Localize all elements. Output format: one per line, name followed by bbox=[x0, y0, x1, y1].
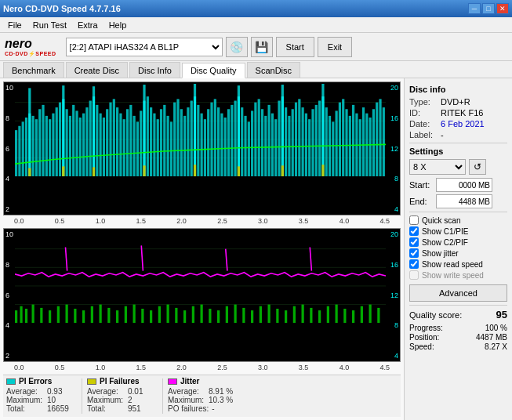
svg-rect-90 bbox=[302, 107, 304, 176]
svg-rect-39 bbox=[129, 105, 132, 176]
c1pie-row: Show C1/PIE bbox=[409, 226, 507, 236]
save-button[interactable]: 💾 bbox=[251, 37, 273, 57]
quality-row: Quality score: 95 bbox=[409, 309, 507, 320]
drive-select[interactable]: [2:2] ATAPI iHAS324 A BL1P bbox=[66, 38, 223, 56]
divider3 bbox=[409, 305, 507, 306]
svg-rect-150 bbox=[125, 306, 127, 324]
jitter-check-label: Show jitter bbox=[422, 249, 459, 258]
menu-run-test[interactable]: Run Test bbox=[28, 19, 71, 31]
pi-failures-color bbox=[87, 378, 96, 385]
jitter-check[interactable] bbox=[409, 248, 419, 258]
svg-rect-97 bbox=[325, 107, 328, 176]
menu-extra[interactable]: Extra bbox=[73, 19, 103, 31]
progress-val: 100 % bbox=[485, 324, 507, 332]
svg-rect-69 bbox=[231, 105, 233, 176]
jitter-avg-label: Average: bbox=[168, 387, 205, 396]
po-failures-label: PO failures: bbox=[168, 404, 209, 413]
read-speed-check[interactable] bbox=[409, 259, 419, 269]
tab-disc-quality[interactable]: Disc Quality bbox=[182, 63, 245, 78]
svg-rect-144 bbox=[74, 309, 76, 323]
svg-rect-156 bbox=[175, 308, 177, 323]
svg-rect-80 bbox=[268, 105, 271, 176]
jitter-max-val: 10.3 % bbox=[209, 396, 233, 404]
minimize-button[interactable]: ─ bbox=[468, 3, 481, 14]
svg-rect-129 bbox=[281, 165, 284, 176]
speed-row-prog: Speed: 8.27 X bbox=[409, 342, 507, 351]
chart1-x-labels: 0.00.51.01.52.02.53.03.54.04.5 bbox=[3, 215, 401, 226]
disc-id-row: ID: RITEK F16 bbox=[409, 108, 507, 118]
nero-logo-top: nero bbox=[5, 37, 32, 51]
speed-select[interactable]: 8 X Maximum 1 X 2 X 4 X bbox=[409, 159, 466, 175]
svg-rect-53 bbox=[176, 99, 179, 176]
start-row: Start: bbox=[409, 178, 507, 192]
svg-rect-51 bbox=[170, 121, 172, 176]
svg-rect-30 bbox=[100, 114, 102, 177]
quick-scan-check[interactable] bbox=[409, 215, 419, 225]
menu-file[interactable]: File bbox=[3, 19, 27, 31]
svg-rect-25 bbox=[82, 114, 85, 177]
quick-scan-label: Quick scan bbox=[422, 216, 460, 225]
id-key: ID: bbox=[409, 108, 438, 118]
tab-disc-info[interactable]: Disc Info bbox=[129, 62, 180, 78]
svg-rect-85 bbox=[285, 107, 287, 176]
svg-rect-170 bbox=[293, 306, 296, 324]
svg-rect-8 bbox=[25, 118, 27, 176]
maximize-button[interactable]: □ bbox=[482, 3, 495, 14]
chart2-svg bbox=[15, 230, 386, 323]
svg-rect-168 bbox=[276, 309, 278, 323]
start-button[interactable]: Start bbox=[276, 37, 314, 57]
advanced-button[interactable]: Advanced bbox=[409, 284, 507, 302]
svg-rect-121 bbox=[281, 85, 284, 176]
disc-type-row: Type: DVD+R bbox=[409, 97, 507, 107]
pi-errors-color bbox=[6, 378, 16, 385]
nero-logo: nero CD·DVD⚡SPEED bbox=[5, 37, 56, 57]
exit-button[interactable]: Exit bbox=[318, 37, 352, 57]
tab-scan-disc[interactable]: ScanDisc bbox=[247, 62, 300, 78]
chart1-y-right: 20161284 bbox=[387, 82, 398, 215]
disc-date-row: Date: 6 Feb 2021 bbox=[409, 119, 507, 129]
svg-rect-37 bbox=[123, 119, 125, 176]
disc-icon-button[interactable]: 💿 bbox=[226, 37, 248, 57]
app-title: Nero CD-DVD Speed 4.7.7.16 bbox=[3, 4, 121, 13]
svg-rect-161 bbox=[217, 310, 220, 323]
c2pif-label: Show C2/PIF bbox=[422, 238, 468, 247]
disc-label-row: Label: - bbox=[409, 130, 507, 139]
svg-rect-162 bbox=[226, 306, 228, 324]
svg-rect-123 bbox=[28, 168, 31, 177]
pi-failures-label: PI Failures bbox=[100, 377, 140, 386]
c2pif-row: Show C2/PIF bbox=[409, 237, 507, 247]
svg-rect-23 bbox=[75, 110, 78, 176]
svg-rect-142 bbox=[57, 306, 60, 324]
start-input[interactable] bbox=[436, 178, 492, 192]
svg-rect-42 bbox=[140, 110, 142, 176]
svg-rect-82 bbox=[274, 119, 277, 176]
svg-rect-73 bbox=[244, 116, 246, 176]
pif-avg-label: Average: bbox=[87, 387, 125, 396]
refresh-button[interactable]: ↺ bbox=[469, 159, 486, 175]
pi-avg-val: 0.93 bbox=[47, 387, 62, 396]
svg-rect-148 bbox=[107, 308, 110, 323]
svg-rect-20 bbox=[66, 109, 68, 176]
close-button[interactable]: ✕ bbox=[496, 3, 509, 14]
svg-rect-87 bbox=[292, 109, 294, 176]
menu-help[interactable]: Help bbox=[104, 19, 132, 31]
progress-row: Progress: 100 % bbox=[409, 324, 507, 332]
svg-rect-68 bbox=[227, 109, 230, 176]
svg-rect-21 bbox=[69, 116, 71, 176]
svg-rect-175 bbox=[336, 305, 338, 324]
tab-create-disc[interactable]: Create Disc bbox=[66, 62, 128, 78]
c1pie-check[interactable] bbox=[409, 226, 419, 236]
tab-benchmark[interactable]: Benchmark bbox=[3, 62, 64, 78]
svg-rect-50 bbox=[167, 116, 169, 176]
svg-rect-38 bbox=[126, 109, 129, 176]
end-input[interactable] bbox=[436, 194, 492, 208]
c2pif-check[interactable] bbox=[409, 237, 419, 247]
svg-rect-177 bbox=[352, 310, 354, 323]
svg-rect-125 bbox=[93, 167, 95, 176]
svg-rect-89 bbox=[298, 99, 300, 176]
svg-rect-75 bbox=[251, 110, 253, 176]
svg-rect-6 bbox=[18, 126, 20, 177]
pi-max-label: Maximum: bbox=[6, 396, 44, 404]
svg-rect-17 bbox=[56, 107, 58, 176]
id-val: RITEK F16 bbox=[441, 108, 483, 118]
